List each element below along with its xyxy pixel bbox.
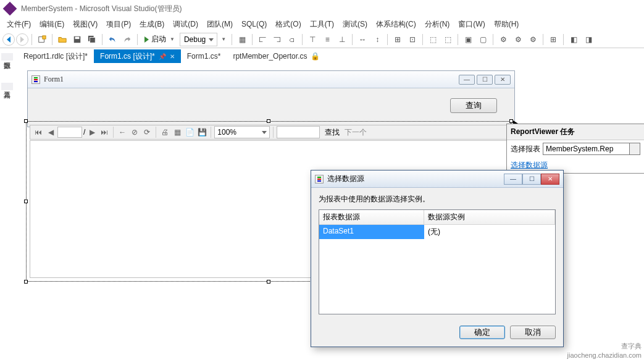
start-debug-button[interactable]: 启动 ▼ (141, 33, 178, 46)
nav-back-button[interactable] (2, 33, 15, 46)
resize-handle[interactable] (267, 119, 270, 123)
col-report-datasource[interactable]: 报表数据源 (319, 210, 424, 224)
ok-button[interactable]: 确定 (459, 326, 505, 339)
minimize-button[interactable]: — (459, 75, 475, 85)
align-left-button[interactable]: ⫍ (256, 33, 269, 46)
dialog-icon (315, 175, 324, 183)
cancel-button[interactable]: 取消 (510, 326, 556, 339)
menu-debug[interactable]: 调试(D) (169, 18, 203, 31)
size-button-2[interactable]: ⊡ (406, 33, 419, 46)
watermark: 查字典 jiaocheng.chazidian.com (567, 342, 642, 360)
menu-file[interactable]: 文件(F) (2, 18, 35, 31)
misc-button-4[interactable]: ⊞ (546, 33, 560, 46)
dialog-maximize-button[interactable]: ☐ (522, 174, 541, 185)
row-name: DataSet1 (319, 225, 424, 239)
vspace-button[interactable]: ↕ (370, 33, 384, 46)
col-instance[interactable]: 数据源实例 (424, 210, 555, 224)
menu-tools[interactable]: 工具(T) (306, 18, 338, 31)
rv-first-page-button[interactable]: ⏮ (33, 127, 44, 138)
rv-layout-button[interactable]: ▦ (172, 127, 183, 138)
send-back-button[interactable]: ▢ (476, 33, 490, 46)
tab-form1-design[interactable]: Form1.cs [设计]* 📌 ✕ (94, 49, 181, 63)
resize-handle[interactable] (267, 280, 270, 284)
resize-handle[interactable] (24, 280, 28, 284)
menu-edit[interactable]: 编辑(E) (35, 18, 69, 31)
dialog-close-button[interactable]: ✕ (541, 174, 559, 185)
align-top-button[interactable]: ⊤ (306, 33, 319, 46)
open-button[interactable] (56, 33, 69, 46)
play-icon (144, 36, 149, 43)
menu-test[interactable]: 测试(S) (338, 18, 372, 31)
side-datasource[interactable]: 数据源 (1, 53, 13, 61)
size-button-1[interactable]: ⊞ (391, 33, 404, 46)
menu-format[interactable]: 格式(O) (271, 18, 305, 31)
nav-forward-button[interactable] (16, 33, 28, 46)
new-project-button[interactable] (35, 33, 49, 46)
layout-button-1[interactable]: ▦ (235, 33, 249, 46)
misc-button-6[interactable]: ◨ (582, 33, 595, 46)
align-center-h-button[interactable]: ⫎ (270, 33, 284, 46)
resize-handle[interactable] (24, 119, 28, 123)
side-toolbox[interactable]: 工具箱 (1, 83, 13, 90)
bring-front-button[interactable]: ▣ (461, 33, 475, 46)
list-item[interactable]: DataSet1 (无) (319, 225, 555, 239)
misc-button-1[interactable]: ⚙ (496, 33, 510, 46)
menu-build[interactable]: 生成(B) (135, 18, 169, 31)
misc-button-2[interactable]: ⚙ (511, 33, 525, 46)
save-button[interactable] (70, 33, 84, 46)
menu-window[interactable]: 窗口(W) (454, 18, 489, 31)
menu-sql[interactable]: SQL(Q) (237, 19, 271, 30)
rv-next-label[interactable]: 下一个 (345, 127, 367, 138)
rv-last-page-button[interactable]: ⏭ (99, 127, 110, 138)
form1-window[interactable]: Form1 — ☐ ✕ 查询 (27, 70, 515, 127)
close-button[interactable]: ✕ (495, 75, 511, 85)
align-right-button[interactable]: ⫏ (285, 33, 299, 46)
tab-order-button-1[interactable]: ⬚ (426, 33, 440, 46)
select-report-combo[interactable]: MemberSystem.Rep (543, 143, 640, 155)
rv-search-input[interactable] (277, 126, 320, 138)
rv-refresh-button[interactable]: ⟳ (141, 127, 153, 138)
tab-rptmember[interactable]: rptMember_Opertor.cs 🔒 (227, 49, 326, 63)
undo-button[interactable] (106, 33, 119, 46)
tab-form1-cs[interactable]: Form1.cs* (181, 49, 227, 63)
rv-print-button[interactable]: 🖨 (159, 127, 170, 138)
menu-help[interactable]: 帮助(H) (490, 18, 524, 31)
menu-team[interactable]: 团队(M) (203, 18, 237, 31)
rv-page-input[interactable] (57, 127, 82, 138)
form1-titlebar[interactable]: Form1 — ☐ ✕ (28, 71, 514, 88)
align-middle-button[interactable]: ≡ (320, 33, 334, 46)
menu-analyze[interactable]: 分析(N) (420, 18, 454, 31)
menu-view[interactable]: 视图(V) (69, 18, 102, 31)
rv-pagesetup-button[interactable]: 📄 (184, 127, 195, 138)
rv-stop-button[interactable]: ⊘ (129, 127, 140, 138)
rv-export-button[interactable]: 💾 (196, 127, 207, 138)
maximize-button[interactable]: ☐ (477, 75, 493, 85)
dialog-titlebar[interactable]: 选择数据源 — ☐ ✕ (311, 170, 563, 188)
rv-next-page-button[interactable]: ▶ (86, 127, 98, 138)
tab-order-button-2[interactable]: ⬚ (441, 33, 454, 46)
query-button[interactable]: 查询 (450, 98, 497, 113)
resize-handle[interactable] (24, 200, 28, 203)
rv-zoom-combo[interactable]: 100% (214, 126, 270, 138)
misc-button-5[interactable]: ◧ (567, 33, 580, 46)
dialog-instruction: 为报表中使用的数据源选择实例。 (319, 194, 556, 204)
rv-back-button[interactable]: ← (117, 127, 128, 138)
select-datasource-dialog: 选择数据源 — ☐ ✕ 为报表中使用的数据源选择实例。 报表数据源 数据源实例 … (311, 170, 564, 347)
rv-prev-page-button[interactable]: ◀ (45, 127, 56, 138)
menu-bar: 文件(F) 编辑(E) 视图(V) 项目(P) 生成(B) 调试(D) 团队(M… (0, 17, 644, 31)
config-combo[interactable]: Debug (180, 33, 217, 46)
align-bottom-button[interactable]: ⊥ (335, 33, 349, 46)
datasource-list[interactable]: 报表数据源 数据源实例 DataSet1 (无) (319, 209, 556, 314)
row-instance[interactable]: (无) (424, 225, 555, 239)
menu-project[interactable]: 项目(P) (102, 18, 135, 31)
misc-button-3[interactable]: ⚙ (526, 33, 540, 46)
redo-button[interactable] (120, 33, 134, 46)
pin-icon[interactable]: 📌 (159, 53, 166, 60)
tab-report1[interactable]: Report1.rdlc [设计]* (17, 49, 94, 63)
menu-arch[interactable]: 体系结构(C) (372, 18, 420, 31)
dialog-minimize-button[interactable]: — (504, 174, 522, 185)
rv-search-label[interactable]: 查找 (325, 127, 340, 138)
hspace-button[interactable]: ↔ (356, 33, 369, 46)
save-all-button[interactable] (85, 33, 99, 46)
close-icon[interactable]: ✕ (170, 53, 175, 60)
